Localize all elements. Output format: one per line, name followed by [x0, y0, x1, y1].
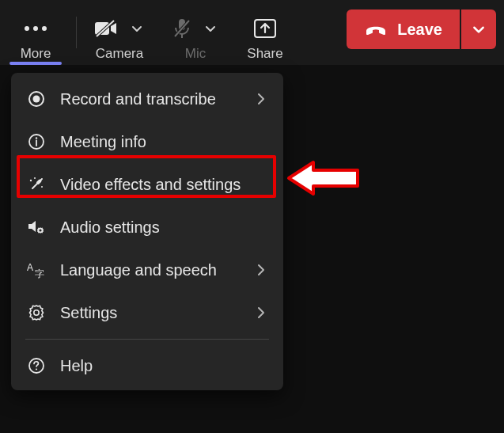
- svg-point-19: [34, 177, 36, 179]
- share-button[interactable]: Share: [233, 0, 297, 65]
- speaker-settings-icon: [25, 218, 47, 236]
- svg-point-2: [42, 26, 47, 31]
- chevron-right-icon: [253, 264, 269, 276]
- leave-button[interactable]: Leave: [347, 9, 460, 49]
- svg-point-1: [33, 26, 38, 31]
- chevron-right-icon: [253, 306, 269, 319]
- gear-icon: [25, 304, 47, 321]
- mic-off-icon: [172, 18, 191, 39]
- svg-point-14: [36, 137, 37, 139]
- toolbar-separator: [76, 17, 77, 48]
- language-icon: A字: [25, 261, 47, 279]
- more-menu: Record and transcribe Meeting info Video…: [11, 73, 283, 390]
- svg-text:字: 字: [35, 268, 44, 279]
- camera-dropdown[interactable]: [129, 21, 145, 36]
- magic-wand-icon: [25, 176, 47, 193]
- info-icon: [25, 133, 47, 150]
- hangup-icon: [364, 21, 388, 37]
- svg-point-22: [39, 229, 41, 231]
- leave-label: Leave: [397, 21, 442, 39]
- menu-label: Language and speech: [60, 261, 253, 279]
- menu-item-language[interactable]: A字 Language and speech: [11, 249, 283, 291]
- svg-point-12: [33, 96, 40, 103]
- camera-button[interactable]: Camera: [81, 0, 157, 65]
- more-button[interactable]: More: [0, 0, 71, 65]
- menu-item-meeting-info[interactable]: Meeting info: [11, 120, 283, 163]
- annotation-arrow: [286, 159, 362, 197]
- menu-item-settings[interactable]: Settings: [11, 291, 283, 334]
- share-label: Share: [247, 46, 282, 62]
- svg-point-18: [30, 180, 32, 181]
- camera-label: Camera: [96, 46, 143, 62]
- record-icon: [25, 90, 47, 108]
- menu-item-record[interactable]: Record and transcribe: [11, 78, 283, 120]
- share-screen-icon: [254, 19, 276, 38]
- svg-text:A: A: [27, 262, 33, 273]
- svg-point-0: [25, 26, 29, 31]
- active-tab-underline: [9, 62, 62, 65]
- menu-item-help[interactable]: Help: [11, 344, 283, 387]
- mic-dropdown[interactable]: [203, 21, 218, 36]
- svg-line-17: [38, 181, 40, 184]
- menu-item-video-effects[interactable]: Video effects and settings: [11, 163, 283, 206]
- menu-label: Settings: [60, 304, 253, 322]
- mic-label: Mic: [185, 46, 206, 62]
- more-label: More: [21, 46, 51, 62]
- meeting-toolbar: More Camera Mic: [0, 0, 504, 65]
- more-dots-icon: [24, 25, 47, 32]
- mic-button[interactable]: Mic: [157, 0, 233, 65]
- camera-off-icon: [94, 19, 118, 38]
- svg-point-20: [41, 186, 43, 188]
- menu-label: Audio settings: [60, 218, 269, 237]
- menu-item-audio-settings[interactable]: Audio settings: [11, 206, 283, 249]
- menu-label: Video effects and settings: [60, 176, 269, 194]
- menu-separator: [25, 339, 269, 340]
- menu-label: Record and transcribe: [60, 90, 253, 108]
- leave-dropdown[interactable]: [461, 9, 496, 49]
- svg-point-25: [34, 310, 39, 315]
- menu-label: Help: [60, 357, 269, 375]
- chevron-right-icon: [253, 93, 269, 105]
- help-icon: [25, 357, 47, 374]
- svg-point-27: [36, 368, 37, 370]
- menu-label: Meeting info: [60, 133, 269, 151]
- leave-button-group: Leave: [347, 9, 496, 49]
